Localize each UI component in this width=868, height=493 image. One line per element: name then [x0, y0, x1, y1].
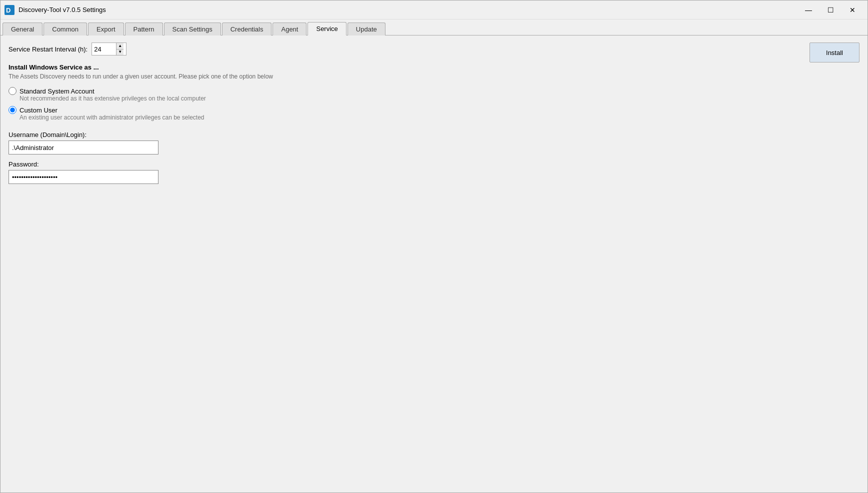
svg-text:D: D — [6, 6, 10, 14]
radio-option-custom: Custom User An existing user account wit… — [8, 106, 860, 121]
window-title: Discovery-Tool v7.0.5 Settings — [18, 6, 106, 14]
close-button[interactable]: ✕ — [842, 3, 862, 17]
radio-standard-sublabel: Not recommended as it has extensive priv… — [20, 95, 860, 102]
spinner-up-button[interactable]: ▲ — [116, 43, 124, 49]
tab-bar: GeneralCommonExportPatternScan SettingsC… — [0, 20, 868, 36]
tab-credentials[interactable]: Credentials — [222, 22, 272, 36]
username-label: Username (Domain\Login): — [8, 131, 860, 138]
radio-group: Standard System Account Not recommended … — [8, 87, 860, 121]
radio-standard[interactable] — [8, 87, 16, 95]
tab-general[interactable]: General — [2, 22, 42, 36]
password-label: Password: — [8, 160, 860, 168]
password-input[interactable] — [8, 170, 158, 184]
tab-scan-settings[interactable]: Scan Settings — [164, 22, 221, 36]
radio-custom-sublabel: An existing user account with administra… — [20, 114, 860, 121]
title-bar-controls: — ☐ ✕ — [798, 3, 862, 17]
service-tab-content: Service Restart Interval (h): ▲ ▼ Instal… — [0, 36, 868, 492]
tab-export[interactable]: Export — [88, 22, 124, 36]
tab-agent[interactable]: Agent — [272, 22, 306, 36]
tab-common[interactable]: Common — [44, 22, 87, 36]
radio-custom-label[interactable]: Custom User — [20, 106, 58, 114]
minimize-button[interactable]: — — [798, 3, 818, 17]
title-bar-left: D Discovery-Tool v7.0.5 Settings — [4, 5, 106, 15]
radio-custom[interactable] — [8, 106, 16, 114]
service-restart-label: Service Restart Interval (h): — [8, 46, 88, 53]
spinner-down-button[interactable]: ▼ — [116, 49, 124, 56]
radio-option-standard: Standard System Account Not recommended … — [8, 87, 860, 102]
tab-update[interactable]: Update — [348, 22, 386, 36]
maximize-button[interactable]: ☐ — [820, 3, 840, 17]
main-window: D Discovery-Tool v7.0.5 Settings — ☐ ✕ G… — [0, 0, 868, 493]
spinner-buttons: ▲ ▼ — [116, 43, 124, 55]
install-button[interactable]: Install — [810, 42, 860, 62]
tab-pattern[interactable]: Pattern — [125, 22, 163, 36]
service-restart-spinner[interactable]: ▲ ▼ — [92, 42, 126, 56]
username-input[interactable] — [8, 140, 158, 154]
radio-standard-label[interactable]: Standard System Account — [20, 88, 94, 95]
install-as-desc: The Assets Discovery needs to run under … — [8, 73, 860, 80]
service-restart-row: Service Restart Interval (h): ▲ ▼ — [8, 42, 860, 56]
tab-service[interactable]: Service — [308, 22, 346, 36]
service-restart-input[interactable] — [92, 43, 116, 55]
app-icon: D — [4, 5, 14, 15]
title-bar: D Discovery-Tool v7.0.5 Settings — ☐ ✕ — [0, 0, 868, 20]
install-as-title: Install Windows Service as ... — [8, 64, 860, 71]
